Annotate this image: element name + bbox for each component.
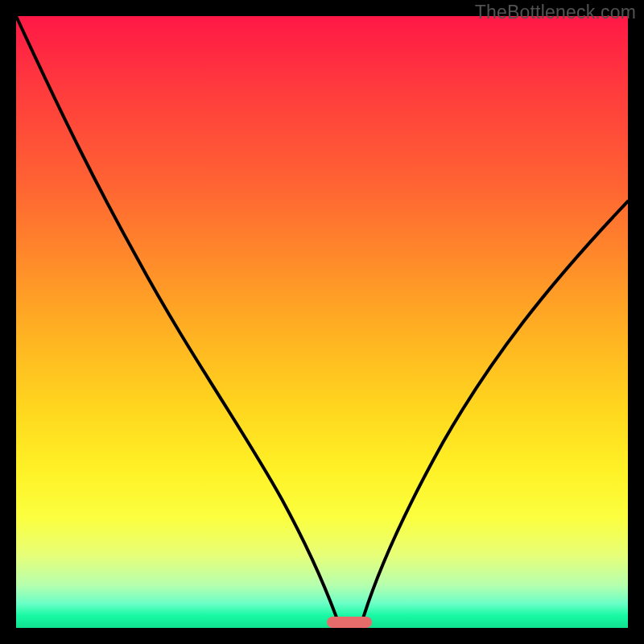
curve-right-branch <box>361 201 628 626</box>
watermark-text: TheBottleneck.com <box>475 2 636 23</box>
v-curve <box>16 16 628 628</box>
curve-left-branch <box>16 16 340 626</box>
plot-area <box>16 16 628 628</box>
valley-marker <box>327 617 372 628</box>
chart-frame: TheBottleneck.com <box>0 0 644 644</box>
